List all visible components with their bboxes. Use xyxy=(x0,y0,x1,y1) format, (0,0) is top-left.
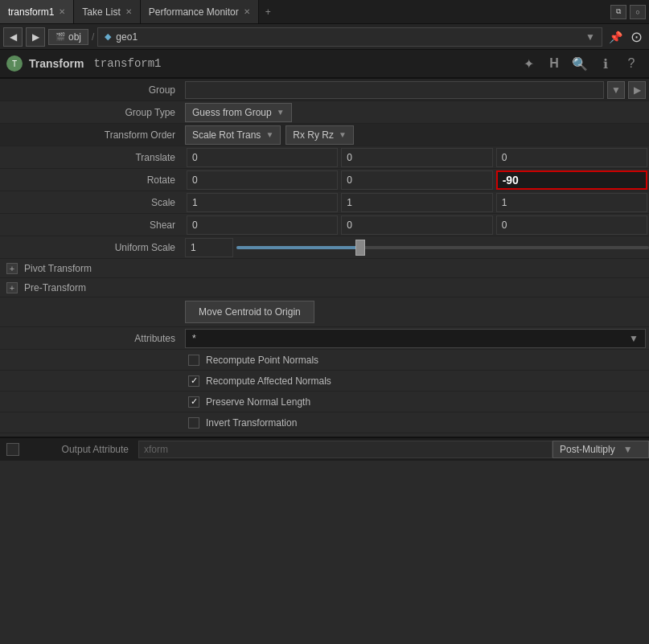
invert-row: Invert Transformation xyxy=(0,412,649,433)
rotate-x-input[interactable] xyxy=(187,170,338,190)
scale-y-input[interactable] xyxy=(341,193,492,212)
invert-label: Invert Transformation xyxy=(206,417,297,429)
translate-x-col xyxy=(185,148,339,167)
header-help-icon[interactable]: ? xyxy=(620,52,643,75)
group-input[interactable] xyxy=(185,81,604,99)
shear-row: Shear xyxy=(0,214,649,236)
tab-take-list-close[interactable]: ✕ xyxy=(125,7,132,16)
translate-z-input[interactable] xyxy=(496,148,647,167)
pivot-transform-label: Pivot Transform xyxy=(24,263,92,274)
nav-pin-button[interactable]: 📌 xyxy=(606,27,625,47)
translate-y-col xyxy=(339,148,494,167)
nav-back-button[interactable]: ◀ xyxy=(3,27,23,47)
nav-bar: ◀ ▶ 🎬 obj / ◆ geo1 ▼ 📌 ⊙ xyxy=(0,24,649,50)
shear-x-col xyxy=(185,215,339,235)
invert-area: Invert Transformation xyxy=(185,417,297,429)
uniform-scale-input[interactable] xyxy=(185,238,233,257)
transform-order-dropdown[interactable]: Scale Rot Trans ▼ xyxy=(185,125,281,145)
nav-sync-button[interactable]: ⊙ xyxy=(626,27,646,47)
tab-performance-monitor-close[interactable]: ✕ xyxy=(244,7,250,16)
geo-icon: ◆ xyxy=(105,31,111,42)
recompute-affected-checkbox[interactable] xyxy=(188,375,199,387)
tab-performance-monitor[interactable]: Performance Monitor ✕ xyxy=(141,0,259,23)
scale-z-col xyxy=(495,193,649,212)
tab-performance-monitor-label: Performance Monitor xyxy=(149,6,239,18)
rotation-order-dropdown[interactable]: Rx Ry Rz ▼ xyxy=(285,125,354,145)
translate-x-input[interactable] xyxy=(187,148,338,167)
group-value-area: ▼ ▶ xyxy=(185,81,649,99)
pivot-expand-icon[interactable]: + xyxy=(6,263,18,274)
tab-take-list-label: Take List xyxy=(82,6,120,18)
invert-checkbox[interactable] xyxy=(188,417,199,429)
uniform-scale-fill xyxy=(236,246,360,249)
recompute-affected-row: Recompute Affected Normals xyxy=(0,371,649,392)
rotate-z-input[interactable] xyxy=(496,170,647,190)
recompute-affected-area: Recompute Affected Normals xyxy=(185,375,331,387)
pivot-transform-row[interactable]: + Pivot Transform xyxy=(0,259,649,278)
scale-row: Scale xyxy=(0,191,649,214)
output-attribute-input[interactable] xyxy=(138,441,552,458)
shear-y-input[interactable] xyxy=(341,215,492,235)
nav-geo-dropdown[interactable]: ◆ geo1 ▼ xyxy=(97,27,602,47)
centroid-value-area: Move Centroid to Origin xyxy=(185,301,649,323)
group-arrow-btn[interactable]: ▶ xyxy=(628,81,646,99)
scale-x-input[interactable] xyxy=(187,193,338,212)
header-node-name: transform1 xyxy=(93,57,161,70)
transform-order-row: Transform Order Scale Rot Trans ▼ Rx Ry … xyxy=(0,124,649,146)
scale-y-col xyxy=(339,193,494,212)
attributes-value-area: * ▼ xyxy=(185,329,649,348)
shear-z-input[interactable] xyxy=(496,215,647,235)
attributes-dropdown-arrow: ▼ xyxy=(629,333,639,344)
tab-float-button[interactable]: ○ xyxy=(630,5,646,19)
group-type-value-area: Guess from Group ▼ xyxy=(185,103,649,122)
output-post-multiply-dropdown[interactable]: Post-Multiply ▼ xyxy=(552,441,649,458)
shear-x-input[interactable] xyxy=(187,215,338,235)
group-dropdown-btn[interactable]: ▼ xyxy=(607,81,625,99)
tab-transform1-label: transform1 xyxy=(8,6,54,18)
recompute-normals-checkbox[interactable] xyxy=(188,355,199,366)
output-row: Output Attribute Post-Multiply ▼ xyxy=(0,437,649,461)
translate-y-input[interactable] xyxy=(341,148,492,167)
group-label: Group xyxy=(0,84,185,96)
scale-values xyxy=(185,193,649,212)
preserve-length-checkbox[interactable] xyxy=(188,396,199,408)
attributes-row: Attributes * ▼ xyxy=(0,327,649,350)
recompute-normals-area: Recompute Point Normals xyxy=(185,355,318,366)
move-centroid-button[interactable]: Move Centroid to Origin xyxy=(185,301,314,323)
nav-forward-button[interactable]: ▶ xyxy=(26,27,45,47)
pre-transform-row[interactable]: + Pre-Transform xyxy=(0,278,649,297)
nav-path-obj[interactable]: 🎬 obj xyxy=(48,29,88,45)
transform-order-label: Transform Order xyxy=(0,129,185,141)
header-hide-icon[interactable]: H xyxy=(543,52,565,75)
uniform-scale-label: Uniform Scale xyxy=(0,242,185,253)
tab-transform1-close[interactable]: ✕ xyxy=(59,7,65,16)
group-type-row: Group Type Guess from Group ▼ xyxy=(0,101,649,124)
header-search-icon[interactable]: 🔍 xyxy=(569,52,591,75)
tab-transform1[interactable]: transform1 ✕ xyxy=(0,0,74,23)
uniform-scale-track[interactable] xyxy=(236,246,649,249)
nav-geo-label: geo1 xyxy=(116,31,138,43)
attributes-dropdown[interactable]: * ▼ xyxy=(185,329,646,348)
nav-geo-arrow: ▼ xyxy=(585,31,595,43)
uniform-scale-thumb[interactable] xyxy=(355,240,365,256)
rotate-values xyxy=(185,170,649,190)
nav-obj-label: obj xyxy=(68,31,81,43)
preserve-length-area: Preserve Normal Length xyxy=(185,396,310,408)
rotate-y-input[interactable] xyxy=(341,170,492,190)
scale-z-input[interactable] xyxy=(496,193,647,212)
tab-tile-button[interactable]: ⧉ xyxy=(610,5,626,19)
header-gear-icon[interactable]: ✦ xyxy=(517,52,540,75)
output-post-multiply-arrow: ▼ xyxy=(623,444,633,455)
header-title: Transform xyxy=(29,57,84,70)
tab-add-button[interactable]: + xyxy=(259,6,277,18)
tab-take-list[interactable]: Take List ✕ xyxy=(74,0,140,23)
header-info-icon[interactable]: ℹ xyxy=(594,52,617,75)
shear-y-col xyxy=(339,215,494,235)
output-attribute-label: Output Attribute xyxy=(26,444,138,455)
pre-transform-expand-icon[interactable]: + xyxy=(6,282,18,293)
header-bar: T Transform transform1 ✦ H 🔍 ℹ ? xyxy=(0,50,649,79)
uniform-scale-value-area xyxy=(185,238,649,257)
uniform-scale-slider-container xyxy=(185,238,649,257)
preserve-length-label: Preserve Normal Length xyxy=(206,396,310,408)
group-type-dropdown[interactable]: Guess from Group ▼ xyxy=(185,103,292,122)
